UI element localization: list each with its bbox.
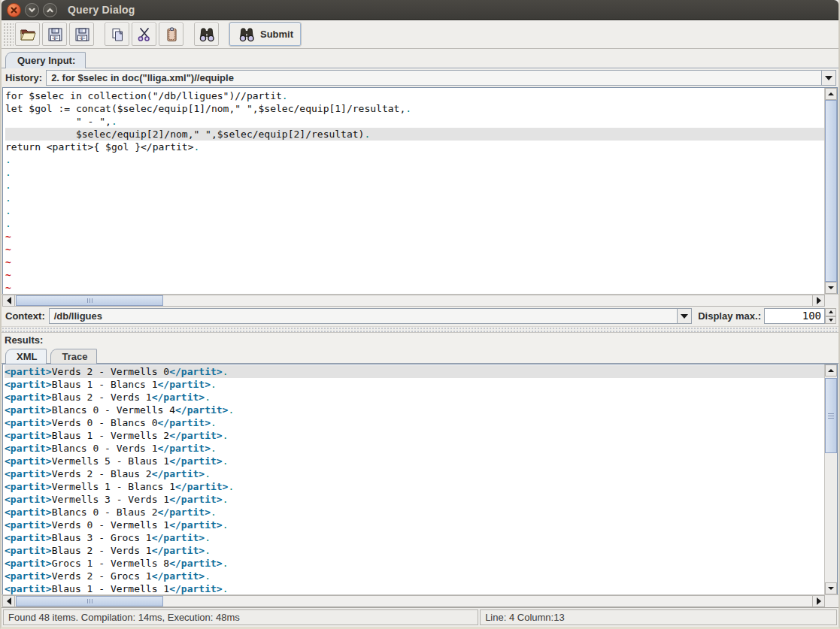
toolbar: I I <box>2 20 838 49</box>
save-button[interactable]: I <box>42 23 67 46</box>
editor-horizontal-scrollbar[interactable] <box>2 295 825 307</box>
editor-line: . <box>5 192 824 204</box>
scissors-icon <box>136 26 153 43</box>
titlebar[interactable]: Query Dialog <box>2 0 838 20</box>
history-label: History: <box>5 72 42 83</box>
scroll-down-button[interactable] <box>825 582 837 594</box>
result-row[interactable]: <partit>Verds 2 - Grocs 1</partit>. <box>5 570 824 582</box>
scrollbar-track[interactable] <box>15 596 812 606</box>
save-as-button[interactable]: I <box>69 23 94 46</box>
result-row[interactable]: <partit>Grocs 1 - Vermells 8</partit>. <box>5 557 824 570</box>
binoculars-icon <box>197 26 217 43</box>
result-row[interactable]: <partit>Verds 0 - Blancs 0</partit>. <box>5 416 824 429</box>
toolbar-drag-handle[interactable] <box>3 23 14 46</box>
copy-icon <box>109 26 126 43</box>
result-row[interactable]: <partit>Blaus 3 - Grocs 1</partit>. <box>5 531 824 544</box>
chevron-down-icon <box>825 76 832 80</box>
chevron-up-icon <box>46 6 54 14</box>
result-row[interactable]: <partit>Blaus 2 - Verds 1</partit>. <box>5 544 824 557</box>
window-controls <box>7 3 57 17</box>
scroll-right-button[interactable] <box>812 596 824 606</box>
result-row[interactable]: <partit>Verds 2 - Blaus 2</partit>. <box>5 467 824 480</box>
maximize-button[interactable] <box>43 3 57 17</box>
result-row[interactable]: <partit>Blaus 2 - Verds 1</partit>. <box>5 391 824 404</box>
editor-vertical-scrollbar[interactable] <box>824 88 837 294</box>
display-max-spinner: 100 <box>764 308 836 324</box>
results-list[interactable]: <partit>Verds 2 - Vermells 0</partit>.<p… <box>3 364 824 594</box>
result-row[interactable]: <partit>Vermells 3 - Verds 1</partit>. <box>5 493 824 506</box>
query-editor[interactable]: for $selec in collection("/db/lligues")/… <box>3 88 824 294</box>
scrollbar-thumb[interactable] <box>16 295 163 306</box>
results-label: Results: <box>2 333 838 347</box>
tab-xml[interactable]: XML <box>5 349 47 364</box>
result-row[interactable]: <partit>Verds 0 - Vermells 1</partit>. <box>5 519 824 531</box>
scroll-right-button[interactable] <box>812 295 824 306</box>
binoculars-icon <box>237 26 256 43</box>
open-button[interactable] <box>15 23 40 46</box>
spinner-down-button[interactable] <box>825 316 836 325</box>
result-row[interactable]: <partit>Blancs 0 - Verds 1</partit>. <box>5 442 824 455</box>
scrollbar-thumb[interactable] <box>825 100 837 282</box>
query-dialog-window: Query Dialog I <box>0 0 840 629</box>
close-button[interactable] <box>7 3 21 17</box>
editor-hscrollbar-row <box>2 294 838 307</box>
context-combobox[interactable]: /db/lligues <box>49 308 692 324</box>
editor-line: ~ <box>5 256 824 268</box>
result-row[interactable]: <partit>Blaus 1 - Vermells 2</partit>. <box>5 429 824 442</box>
editor-line: $selec/equip[2]/nom," ",$selec/equip[2]/… <box>5 128 824 141</box>
results-tabrow: XML Trace <box>2 347 838 364</box>
svg-text:I: I <box>80 35 83 40</box>
editor-line: . <box>5 179 824 192</box>
scrollbar-thumb[interactable] <box>16 596 163 606</box>
result-row[interactable]: <partit>Blancs 0 - Blaus 2</partit>. <box>5 506 824 519</box>
status-message: Found 48 items. Compilation: 14ms, Execu… <box>3 609 478 625</box>
split-pane-divider[interactable] <box>2 326 838 333</box>
copy-button[interactable] <box>105 23 129 46</box>
tab-trace[interactable]: Trace <box>50 349 97 364</box>
result-row[interactable]: <partit>Vermells 1 - Blancs 1</partit>. <box>5 480 824 493</box>
scrollbar-corner <box>825 295 838 307</box>
scroll-down-button[interactable] <box>825 282 837 294</box>
history-row: History: 2. for $selec in doc("lliga.xml… <box>2 68 838 87</box>
editor-line: ~ <box>5 268 824 281</box>
history-combobox[interactable]: 2. for $selec in doc("lliga.xml")//equip… <box>46 70 836 86</box>
paste-button[interactable] <box>159 23 183 46</box>
scroll-left-button[interactable] <box>3 596 15 606</box>
scrollbar-thumb[interactable] <box>825 378 837 453</box>
triangle-right-icon <box>817 597 821 605</box>
minimize-button[interactable] <box>25 3 39 17</box>
scrollbar-track[interactable] <box>825 376 837 582</box>
result-row[interactable]: <partit>Blaus 1 - Vermells 1</partit>. <box>5 582 824 594</box>
compile-button[interactable] <box>194 23 219 46</box>
chevron-down-icon <box>28 6 36 14</box>
scroll-up-button[interactable] <box>825 364 837 376</box>
submit-button-label: Submit <box>260 29 293 40</box>
editor-line: ~ <box>5 281 824 294</box>
results-horizontal-scrollbar[interactable] <box>2 595 825 607</box>
triangle-down-icon <box>828 286 834 289</box>
result-row[interactable]: <partit>Blancs 0 - Vermells 4</partit>. <box>5 404 824 416</box>
results-vertical-scrollbar[interactable] <box>824 364 837 594</box>
result-row[interactable]: <partit>Vermells 5 - Blaus 1</partit>. <box>5 455 824 467</box>
scrollbar-track[interactable] <box>825 100 837 282</box>
scroll-left-button[interactable] <box>3 295 15 306</box>
triangle-down-icon <box>828 587 834 590</box>
context-dropdown-button[interactable] <box>677 309 691 323</box>
editor-line: " - ",. <box>5 115 824 128</box>
result-row[interactable]: <partit>Verds 2 - Vermells 0</partit>. <box>5 365 824 378</box>
history-dropdown-button[interactable] <box>821 71 835 85</box>
svg-text:I: I <box>53 35 56 40</box>
result-row[interactable]: <partit>Blaus 1 - Blancs 1</partit>. <box>5 378 824 391</box>
editor-line: let $gol := concat($selec/equip[1]/nom,"… <box>5 102 824 115</box>
cursor-position: Line: 4 Column:13 <box>480 609 837 625</box>
tab-query-input[interactable]: Query Input: <box>5 52 86 68</box>
triangle-left-icon <box>7 297 11 304</box>
display-max-input[interactable]: 100 <box>764 308 825 324</box>
cut-button[interactable] <box>132 23 156 46</box>
scroll-up-button[interactable] <box>825 88 837 100</box>
scrollbar-track[interactable] <box>15 295 812 306</box>
context-value: /db/lligues <box>50 310 677 322</box>
submit-button[interactable]: Submit <box>229 23 301 46</box>
spinner-up-button[interactable] <box>825 308 836 316</box>
results-area: <partit>Verds 2 - Vermells 0</partit>.<p… <box>2 364 838 594</box>
